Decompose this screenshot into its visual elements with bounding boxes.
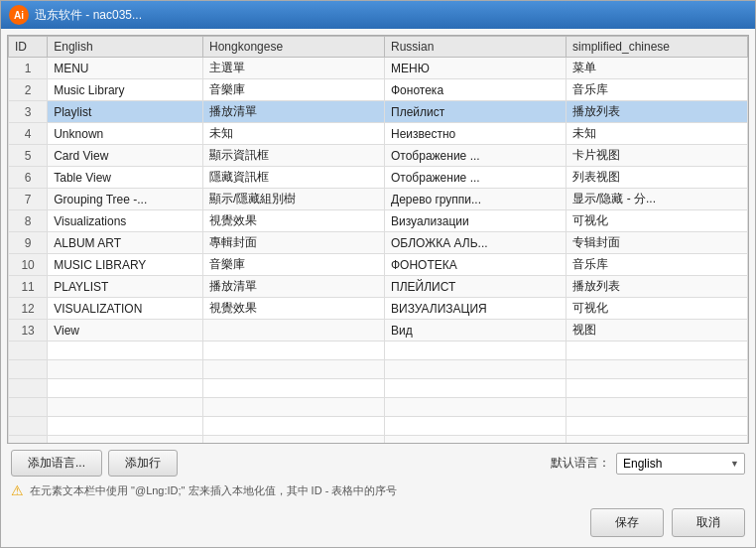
cell-value: МЕНЮ	[385, 58, 567, 79]
cell-empty	[385, 436, 567, 445]
table-row[interactable]: 4Unknown未知Неизвестно未知	[9, 123, 748, 145]
cell-empty	[385, 360, 567, 379]
cell-value: 視覺效果	[203, 298, 385, 320]
cell-empty	[566, 417, 747, 436]
table-row[interactable]: 12VISUALIZATION視覺效果ВИЗУАЛИЗАЦИЯ可视化	[9, 298, 748, 320]
table-row[interactable]: 2Music Library音樂庫Фонотека音乐库	[9, 79, 748, 101]
data-table: ID English Hongkongese Russian simplifie…	[8, 36, 748, 444]
cell-id: 4	[9, 123, 48, 145]
action-bar: 保存 取消	[11, 504, 745, 541]
cell-value: Отображение ...	[385, 145, 567, 167]
table-row[interactable]: 13ViewВид视图	[9, 320, 748, 342]
cell-empty	[566, 342, 747, 360]
col-hongkongese: Hongkongese	[203, 37, 385, 58]
cell-value: Вид	[385, 320, 567, 342]
table-container[interactable]: ID English Hongkongese Russian simplifie…	[7, 35, 749, 444]
cell-empty	[9, 398, 48, 417]
table-row[interactable]: 5Card View顯示資訊框Отображение ...卡片视图	[9, 145, 748, 167]
cell-value: Music Library	[48, 79, 203, 101]
cell-empty	[203, 398, 385, 417]
cell-value: 音乐库	[566, 79, 747, 101]
cell-value: 未知	[203, 123, 385, 145]
table-row[interactable]: 8Visualizations視覺效果Визуализации可视化	[9, 210, 748, 232]
cell-value: 专辑封面	[566, 232, 747, 254]
table-row[interactable]: 11PLAYLIST播放清單ПЛЕЙЛИСТ播放列表	[9, 276, 748, 298]
cell-value: Playlist	[48, 101, 203, 123]
cell-value: Отображение ...	[385, 167, 567, 189]
cell-id: 8	[9, 210, 48, 232]
cell-value: View	[48, 320, 203, 342]
bottom-controls: 添加语言... 添加行 默认语言： English Chinese Russia…	[11, 450, 745, 477]
cell-empty	[48, 398, 203, 417]
cell-value: Card View	[48, 145, 203, 167]
col-russian: Russian	[385, 37, 567, 58]
cell-value: MENU	[48, 58, 203, 79]
cell-empty	[385, 417, 567, 436]
cell-value: 播放列表	[566, 101, 747, 123]
default-lang-area: 默认语言： English Chinese Russian Hongkonges…	[551, 453, 745, 475]
cell-value: VISUALIZATION	[48, 298, 203, 320]
col-id: ID	[9, 37, 48, 58]
cell-empty	[566, 379, 747, 398]
cell-value: Дерево группи...	[385, 189, 567, 210]
cell-id: 2	[9, 79, 48, 101]
col-english: English	[48, 37, 203, 58]
cell-value: 顯示資訊框	[203, 145, 385, 167]
default-lang-label: 默认语言：	[551, 455, 610, 472]
title-text: 迅东软件 - nac035...	[35, 7, 142, 24]
table-row-empty	[9, 398, 748, 417]
save-button[interactable]: 保存	[590, 508, 664, 537]
info-text: 在元素文本栏中使用 "@Lng:ID;" 宏来插入本地化值，其中 ID - 表格…	[30, 483, 397, 498]
table-header-row: ID English Hongkongese Russian simplifie…	[9, 37, 748, 58]
cell-id: 13	[9, 320, 48, 342]
cell-empty	[48, 436, 203, 445]
cell-empty	[566, 360, 747, 379]
cell-id: 5	[9, 145, 48, 167]
cell-value: 主選單	[203, 58, 385, 79]
cell-id: 12	[9, 298, 48, 320]
app-logo: Ai	[9, 5, 29, 25]
table-row[interactable]: 6Table View隱藏資訊框Отображение ...列表视图	[9, 167, 748, 189]
cell-value: Table View	[48, 167, 203, 189]
cell-empty	[48, 360, 203, 379]
cell-value: PLAYLIST	[48, 276, 203, 298]
cell-value: Плейлист	[385, 101, 567, 123]
cell-empty	[9, 417, 48, 436]
cell-id: 1	[9, 58, 48, 79]
cell-value: ВИЗУАЛИЗАЦИЯ	[385, 298, 567, 320]
cell-id: 11	[9, 276, 48, 298]
table-row[interactable]: 3Playlist播放清單Плейлист播放列表	[9, 101, 748, 123]
content-area: ID English Hongkongese Russian simplifie…	[1, 29, 755, 547]
cell-value	[203, 320, 385, 342]
cell-empty	[48, 342, 203, 360]
cell-empty	[566, 436, 747, 445]
cancel-button[interactable]: 取消	[672, 508, 745, 537]
cell-empty	[566, 398, 747, 417]
cell-value: 視覺效果	[203, 210, 385, 232]
table-row-empty	[9, 436, 748, 445]
info-bar: ⚠ 在元素文本栏中使用 "@Lng:ID;" 宏来插入本地化值，其中 ID - …	[11, 480, 745, 500]
add-row-button[interactable]: 添加行	[108, 450, 178, 477]
cell-value: 可视化	[566, 298, 747, 320]
cell-value: Фонотека	[385, 79, 567, 101]
cell-value: ПЛЕЙЛИСТ	[385, 276, 567, 298]
cell-id: 10	[9, 254, 48, 276]
cell-empty	[203, 417, 385, 436]
table-row-empty	[9, 417, 748, 436]
cell-empty	[9, 342, 48, 360]
cell-empty	[9, 379, 48, 398]
title-bar: Ai 迅东软件 - nac035...	[1, 1, 755, 29]
table-row[interactable]: 9ALBUM ART專輯封面ОБЛОЖКА АЛЬ...专辑封面	[9, 232, 748, 254]
cell-value: ОБЛОЖКА АЛЬ...	[385, 232, 567, 254]
cell-value: 列表视图	[566, 167, 747, 189]
lang-select[interactable]: English Chinese Russian Hongkongese	[616, 453, 745, 475]
lang-select-wrapper: English Chinese Russian Hongkongese	[616, 453, 745, 475]
cell-value: 视图	[566, 320, 747, 342]
add-language-button[interactable]: 添加语言...	[11, 450, 102, 477]
table-row[interactable]: 10MUSIC LIBRARY音樂庫ФОНОТЕКА音乐库	[9, 254, 748, 276]
table-row[interactable]: 1MENU主選單МЕНЮ菜单	[9, 58, 748, 79]
cell-value: Grouping Tree -...	[48, 189, 203, 210]
table-row[interactable]: 7Grouping Tree -...顯示/隱藏組別樹Дерево группи…	[9, 189, 748, 210]
cell-empty	[385, 379, 567, 398]
cell-value: 卡片视图	[566, 145, 747, 167]
